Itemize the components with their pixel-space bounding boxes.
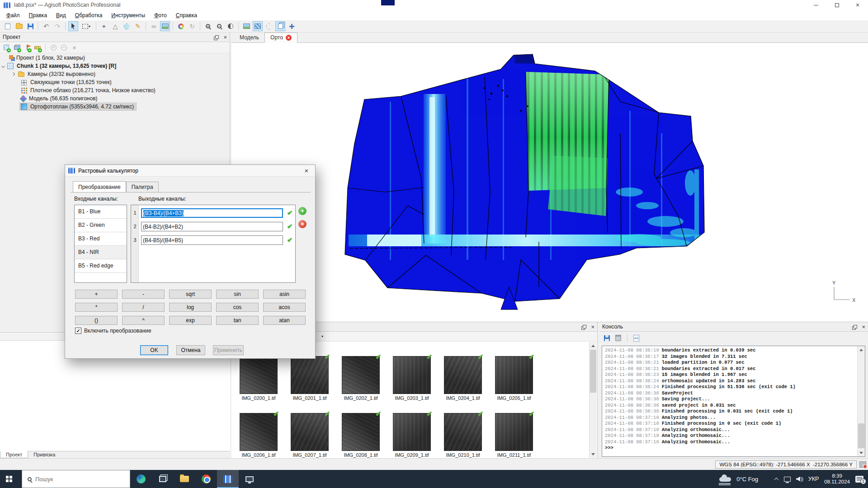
dialog-title-bar[interactable]: Растровый калькулятор × xyxy=(65,165,315,177)
select-arrow-icon[interactable] xyxy=(68,21,78,31)
input-channel-item[interactable]: B4 - NIR xyxy=(75,246,127,259)
tab-model[interactable]: Модель xyxy=(234,33,264,42)
zoom-out-icon[interactable]: − xyxy=(214,21,224,31)
menu-view[interactable]: Вид xyxy=(52,11,71,20)
palette-icon[interactable] xyxy=(176,21,186,31)
float-panel-icon[interactable] xyxy=(215,35,219,39)
scroll-down-icon[interactable] xyxy=(590,450,597,458)
photo-thumbnail[interactable]: ✔ xyxy=(495,413,533,451)
scroll-down-icon[interactable] xyxy=(858,449,865,456)
photo-item[interactable]: ✔ IMG_0208_1.tif xyxy=(342,413,380,458)
operator-button[interactable]: / xyxy=(122,303,165,312)
operator-button[interactable]: asin xyxy=(263,290,306,299)
menu-workflow[interactable]: Обработка xyxy=(71,11,107,20)
photo-item[interactable]: ✔ IMG_0202_1.tif xyxy=(342,356,380,401)
redo-icon[interactable]: ↷ xyxy=(52,21,62,31)
photo-thumbnail[interactable]: ✔ xyxy=(240,413,278,451)
photo-item[interactable]: ✔ IMG_0204_1.tif xyxy=(444,356,482,401)
photo-item[interactable]: ✔ IMG_0209_1.tif xyxy=(393,413,431,458)
add-channel-button[interactable]: + xyxy=(298,207,307,215)
close-button[interactable]: × xyxy=(847,0,868,10)
clock[interactable]: 8:39 08.11.2024 xyxy=(824,473,850,485)
menu-tools[interactable]: Инструменты xyxy=(107,11,150,20)
taskbar-chrome-icon[interactable] xyxy=(195,470,217,488)
remove-item-icon[interactable]: × xyxy=(71,44,78,52)
scroll-up-icon[interactable] xyxy=(858,346,865,353)
show-seams-icon[interactable] xyxy=(253,21,263,31)
console-prompt[interactable]: >>> xyxy=(605,445,865,451)
console-scrollbar[interactable] xyxy=(857,346,865,456)
tree-item-tiepoints[interactable]: Связующие точки (13,625 точек) xyxy=(0,78,230,86)
tab-transform[interactable]: Преобразование xyxy=(73,181,126,192)
photo-item[interactable]: ✔ IMG_0207_1.tif xyxy=(291,413,329,458)
undo-icon[interactable]: ↶ xyxy=(41,21,51,31)
language-indicator[interactable]: УКР xyxy=(808,476,819,482)
dropdown-icon[interactable]: ▾ xyxy=(321,334,323,338)
photo-item[interactable]: ✔ IMG_0206_1.tif xyxy=(240,413,278,458)
enable-transform-row[interactable]: ✓ Включить преобразование xyxy=(75,328,151,334)
float-panel-icon[interactable] xyxy=(854,325,857,328)
taskbar-edge-icon[interactable] xyxy=(130,470,152,488)
ruler-icon[interactable]: △ xyxy=(110,21,120,31)
orthomosaic-view-icon[interactable] xyxy=(241,21,251,31)
minimize-button[interactable] xyxy=(806,0,826,10)
brightness-icon[interactable] xyxy=(226,21,236,31)
start-button[interactable] xyxy=(0,470,22,488)
photo-thumbnail[interactable]: ✔ xyxy=(444,413,482,451)
show-images-icon[interactable] xyxy=(160,21,170,31)
photo-thumbnail[interactable]: ✔ xyxy=(291,356,329,394)
chevron-right-icon[interactable] xyxy=(11,72,15,76)
operator-button[interactable]: sin xyxy=(216,290,259,299)
scrollbar-thumb[interactable] xyxy=(590,350,596,393)
photo-thumbnail[interactable]: ✔ xyxy=(240,356,278,394)
operator-button[interactable]: acos xyxy=(263,303,306,312)
checkbox-checked-icon[interactable]: ✓ xyxy=(75,328,81,334)
tree-item-chunk[interactable]: Chunk 1 (32 камеры, 13,625 точек) [R] xyxy=(0,62,230,70)
tree-item-cameras[interactable]: Камеры (32/32 выровнено) xyxy=(0,70,230,78)
expression-input[interactable]: (B4-B2)/(B4+B2) xyxy=(141,222,283,231)
operator-button[interactable]: () xyxy=(75,316,118,325)
operator-button[interactable]: sqrt xyxy=(169,290,212,299)
search-input[interactable] xyxy=(35,476,112,483)
update-icon[interactable]: ↻ xyxy=(187,21,197,31)
apply-button[interactable]: Применить xyxy=(213,345,244,355)
photo-item[interactable]: ✔ IMG_0205_1.tif xyxy=(495,356,533,401)
remove-channel-button[interactable]: × xyxy=(298,220,307,228)
navigation-icon[interactable]: ⌖ xyxy=(99,21,109,31)
expression-input[interactable]: (B3-B4)/(B4+B3) xyxy=(141,208,283,218)
menu-help[interactable]: Справка xyxy=(171,11,202,20)
show-shapes-icon[interactable] xyxy=(275,21,285,31)
taskbar-photoscan-icon[interactable] xyxy=(217,470,239,488)
run-script-icon[interactable]: <> xyxy=(632,334,640,342)
save-project-icon[interactable] xyxy=(25,21,35,31)
tab-palette[interactable]: Палитра xyxy=(126,182,159,192)
scrollbar-thumb[interactable] xyxy=(858,423,864,448)
enable-item-icon[interactable]: ✓ xyxy=(50,44,57,52)
console-log[interactable]: 2024-11-08 08:36:10boundaries extracted … xyxy=(602,346,865,457)
draw-polyline-icon[interactable]: ✎ xyxy=(133,21,143,31)
photo-thumbnail[interactable]: ✔ xyxy=(291,413,329,451)
photo-item[interactable]: ✔ IMG_0200_1.tif xyxy=(240,356,278,401)
menu-edit[interactable]: Правка xyxy=(24,11,52,20)
photo-item[interactable]: ✔ IMG_0211_1.tif xyxy=(495,413,533,458)
close-panel-icon[interactable]: × xyxy=(223,34,227,40)
add-chunk-icon[interactable] xyxy=(2,44,10,52)
rectangle-selection-icon[interactable]: ▾ xyxy=(80,21,93,31)
ortho-view-canvas[interactable]: Y X xyxy=(231,43,868,322)
operator-button[interactable]: exp xyxy=(169,316,212,325)
ok-button[interactable]: OK xyxy=(140,345,168,355)
input-channel-item[interactable]: B3 - Red xyxy=(75,232,127,246)
photo-thumbnail[interactable]: ✔ xyxy=(444,356,482,394)
scroll-up-icon[interactable] xyxy=(590,342,597,349)
photo-thumbnail[interactable]: ✔ xyxy=(393,356,431,394)
chevron-down-icon[interactable] xyxy=(1,64,5,68)
photo-item[interactable]: ✔ IMG_0210_1.tif xyxy=(444,413,482,458)
menu-file[interactable]: Файл xyxy=(2,11,24,20)
operator-button[interactable]: * xyxy=(75,303,118,312)
add-marker-icon[interactable] xyxy=(23,44,31,52)
maximize-button[interactable] xyxy=(826,0,847,10)
tray-expand-icon[interactable] xyxy=(774,477,778,482)
tab-ortho[interactable]: Орто × xyxy=(264,33,297,43)
save-log-icon[interactable] xyxy=(603,334,611,342)
photo-item[interactable]: ✔ IMG_0201_1.tif xyxy=(291,356,329,401)
